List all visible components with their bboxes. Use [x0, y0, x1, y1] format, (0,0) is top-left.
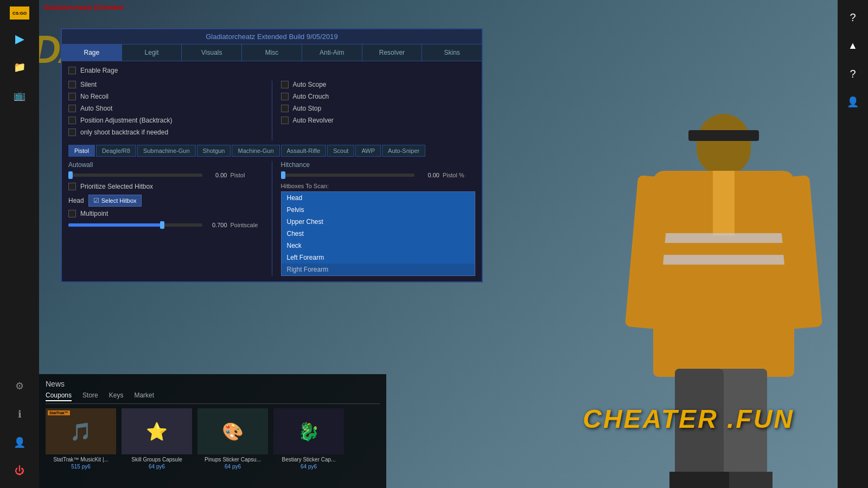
panel-tabs: Rage Legit Visuals Misc Anti-Aim Resolve… [62, 44, 482, 61]
weapon-tab-smg[interactable]: Submachine-Gun [137, 145, 196, 157]
multipoint-row: Multipoint [68, 210, 263, 217]
right-user-icon[interactable]: 👤 [840, 89, 866, 115]
right-up-icon[interactable]: ▲ [840, 33, 866, 59]
prioritize-row: Prioritize Selected Hitbox [68, 183, 263, 190]
hitchance-section: Hitchance 0.00 Pistol % Hitboxes To Scan… [281, 161, 476, 276]
no-recoil-label: No Recoil [80, 93, 108, 100]
tab-legit[interactable]: Legit [122, 44, 182, 61]
hitbox-item-right-forearm[interactable]: Right Forearm [282, 264, 475, 275]
news-tab-market[interactable]: Market [134, 391, 154, 401]
multipoint-label: Multipoint [80, 210, 108, 217]
news-tab-coupons[interactable]: Coupons [46, 391, 72, 401]
hitbox-item-head[interactable]: Head [282, 192, 475, 204]
sidebar-tv-icon[interactable]: 📺 [7, 82, 33, 108]
position-adjust-row: Position Adjustment (Backtrack) [68, 117, 263, 124]
left-sidebar: CS:GO ▶ 📁 📺 ⚙ ℹ 👤 ⏻ [0, 0, 39, 488]
right-sidebar: ? ▲ ? 👤 [838, 0, 868, 488]
hitbox-head-label: Head [68, 197, 84, 204]
news-icon-4: 🐉 [298, 421, 320, 442]
backtrack-checkbox[interactable] [68, 129, 76, 136]
news-icon-1: 🎵 [70, 421, 92, 442]
no-recoil-checkbox[interactable] [68, 93, 76, 100]
sidebar-user-icon[interactable]: 👤 [7, 429, 33, 455]
hitbox-item-upper-chest[interactable]: Upper Chest [282, 216, 475, 228]
news-thumb-2[interactable]: ⭐ [122, 408, 192, 454]
select-hitbox-button[interactable]: ☑ Select Hitbox [88, 195, 142, 207]
weapon-tab-machine-gun[interactable]: Machine-Gun [232, 145, 279, 157]
tab-resolver[interactable]: Resolver [362, 44, 423, 61]
hitbox-item-left-forearm[interactable]: Left Forearm [282, 252, 475, 264]
hitbox-item-neck[interactable]: Neck [282, 240, 475, 252]
pointscale-value: 0.700 [206, 222, 227, 228]
auto-stop-label: Auto Stop [293, 105, 322, 112]
two-column-layout: Silent No Recoil Auto Shoot Position Adj… [68, 81, 475, 140]
autowall-section: Autowall 0.00 Pistol Prioritize Se [68, 161, 263, 276]
weapon-tab-auto-sniper[interactable]: Auto-Sniper [382, 145, 425, 157]
backtrack-label: only shoot backtrack if needed [80, 129, 168, 136]
right-question-icon[interactable]: ? [840, 61, 866, 87]
position-adjust-checkbox[interactable] [68, 117, 76, 124]
auto-shoot-checkbox[interactable] [68, 105, 76, 112]
weapon-tab-shotgun[interactable]: Shotgun [197, 145, 231, 157]
cheat-title-text: Gladiatorcheatz Extended [43, 4, 123, 11]
news-item-3: 🎨 Pinups Sticker Capsu... 64 py6 [197, 408, 268, 470]
weapon-tab-pistol[interactable]: Pistol [68, 145, 95, 157]
sidebar-play-button[interactable]: ▶ [7, 26, 33, 52]
silent-row: Silent [68, 81, 263, 88]
news-thumb-3[interactable]: 🎨 [197, 408, 268, 454]
sidebar-power-icon[interactable]: ⏻ [7, 458, 33, 484]
left-options-column: Silent No Recoil Auto Shoot Position Adj… [68, 81, 263, 140]
silent-checkbox[interactable] [68, 81, 76, 88]
auto-crouch-row: Auto Crouch [281, 93, 476, 100]
auto-revolver-checkbox[interactable] [281, 117, 289, 124]
select-hitbox-label: Select Hitbox [101, 197, 137, 204]
news-tab-store[interactable]: Store [82, 391, 98, 401]
sidebar-settings-icon[interactable]: ⚙ [7, 373, 33, 399]
sidebar-info-icon[interactable]: ℹ [7, 401, 33, 427]
right-help-icon[interactable]: ? [840, 4, 866, 30]
news-thumb-1[interactable]: 🎵 StatTrak™ [46, 408, 116, 454]
hitbox-item-pelvis[interactable]: Pelvis [282, 204, 475, 216]
autowall-track[interactable] [68, 174, 202, 177]
news-thumb-4[interactable]: 🐉 [273, 408, 344, 454]
news-item-2: ⭐ Skill Groups Capsule 64 py6 [122, 408, 192, 470]
auto-stop-checkbox[interactable] [281, 105, 289, 112]
auto-scope-label: Auto Scope [293, 81, 327, 88]
auto-revolver-label: Auto Revolver [293, 117, 334, 124]
autowall-slider-row: 0.00 Pistol [68, 172, 263, 178]
tab-rage[interactable]: Rage [62, 44, 122, 61]
auto-shoot-label: Auto Shoot [80, 105, 112, 112]
tab-skins[interactable]: Skins [422, 44, 482, 61]
prioritize-label: Prioritize Selected Hitbox [80, 183, 153, 190]
pointscale-track[interactable] [68, 223, 202, 227]
news-name-4: Bestiary Sticker Cap... [273, 457, 344, 463]
tab-misc[interactable]: Misc [242, 44, 302, 61]
autowall-thumb[interactable] [68, 171, 73, 179]
news-price-1: 515 py6 [46, 464, 116, 470]
position-adjust-label: Position Adjustment (Backtrack) [80, 117, 172, 124]
section-divider [272, 161, 272, 276]
tab-visuals[interactable]: Visuals [182, 44, 242, 61]
weapon-tab-awp[interactable]: AWP [355, 145, 381, 157]
panel-body: Enable Rage Silent No Recoil A [62, 61, 482, 281]
auto-crouch-checkbox[interactable] [281, 93, 289, 100]
prioritize-checkbox[interactable] [68, 183, 76, 190]
hitchance-track[interactable] [281, 174, 415, 177]
news-item-1: 🎵 StatTrak™ StatTrak™ MusicKit |... 515 … [46, 408, 116, 470]
hitbox-item-chest[interactable]: Chest [282, 228, 475, 240]
tab-anti-aim[interactable]: Anti-Aim [302, 44, 362, 61]
hitchance-thumb[interactable] [281, 171, 285, 179]
weapon-tab-scout[interactable]: Scout [327, 145, 354, 157]
weapon-tab-assault-rifle[interactable]: Assault-Rifle [281, 145, 327, 157]
news-tab-keys[interactable]: Keys [109, 391, 124, 401]
news-price-4: 64 py6 [273, 464, 344, 470]
autowall-title: Autowall [68, 161, 263, 169]
pointscale-thumb[interactable] [160, 221, 164, 229]
enable-rage-checkbox[interactable] [68, 67, 76, 74]
multipoint-checkbox[interactable] [68, 210, 76, 217]
sidebar-loadout-icon[interactable]: 📁 [7, 54, 33, 80]
weapon-tab-deagle[interactable]: Deagle/R8 [96, 145, 136, 157]
news-tabs: Coupons Store Keys Market [46, 391, 380, 404]
auto-scope-checkbox[interactable] [281, 81, 289, 88]
auto-revolver-row: Auto Revolver [281, 117, 476, 124]
